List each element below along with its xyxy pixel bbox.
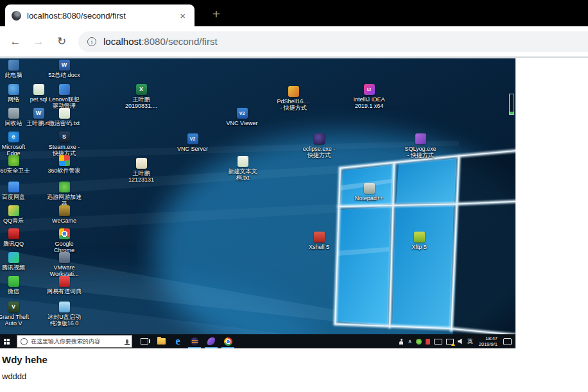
- browser-tab[interactable]: localhost:8080/second/first ×: [5, 4, 195, 26]
- tab-bar: localhost:8080/second/first × +: [0, 0, 588, 26]
- desktop-icon-xftp-5[interactable]: Xftp 5: [401, 232, 438, 250]
- eclipse-shortcut-icon: [314, 133, 325, 144]
- taskbar-search-box[interactable]: 在这里输入你要搜索的内容: [17, 335, 132, 348]
- taskbar-app-file-explorer[interactable]: [153, 334, 169, 348]
- active-app-indicator: [221, 347, 234, 348]
- taskbar-clock[interactable]: 18:47 2019/9/1: [479, 336, 497, 347]
- desktop-icon-intellij-idea[interactable]: IJIntelliJ IDEA 2019.1 x64: [350, 84, 388, 109]
- icon-glyph: IJ: [367, 84, 371, 95]
- desktop-icon-qq-music[interactable]: QQ音乐: [0, 205, 32, 224]
- youdao-dict-icon: [59, 276, 70, 287]
- tray-chevron-up-icon[interactable]: ∧: [408, 337, 412, 345]
- new-tab-button[interactable]: +: [208, 6, 225, 22]
- desktop-icon-activation-txt[interactable]: 激活密码.txt: [46, 108, 83, 126]
- file-explorer-icon: [157, 338, 166, 345]
- desktop-icon-wyp-20190831-xlsx[interactable]: X王叶鹏 20190831....: [123, 84, 160, 109]
- desktop-icon-microsoft-edge[interactable]: eMicrosoft Edge: [0, 132, 32, 157]
- icon-label: 冰封U盘启动 纯净版16.0: [48, 314, 81, 327]
- page-content: 此电脑W52总结.docx网络pet.sqlLenovo联想 驱动管理回收站W王…: [0, 58, 588, 381]
- desktop-icon-vmware[interactable]: VMware Workstati...: [46, 252, 83, 277]
- desktop-icon-vnc-viewer[interactable]: V2VNC Viewer: [223, 108, 261, 126]
- tray-volume-icon[interactable]: [458, 339, 463, 345]
- pdshell16-icon: [288, 86, 299, 97]
- tray-keyboard-icon[interactable]: [434, 339, 442, 345]
- desktop-icon-tencent-video[interactable]: 腾讯视频: [0, 252, 32, 271]
- desktop-icon-baidu-netdisk[interactable]: 百度网盘: [0, 182, 32, 200]
- icon-label: QQ音乐: [3, 217, 24, 224]
- globe-favicon-icon: [12, 11, 21, 21]
- tray-dictionary-icon[interactable]: [426, 339, 430, 345]
- desktop-icon-wegame[interactable]: WeGame: [46, 205, 83, 224]
- desktop-icon-google-chrome[interactable]: Google Chrome: [46, 228, 83, 253]
- desktop-icon-new-text-doc[interactable]: 新建文本文 档.txt: [224, 156, 261, 181]
- wyp-12123131-icon: [136, 158, 147, 169]
- wangyepeng-rtf-icon: W: [33, 108, 44, 119]
- icon-glyph: X: [139, 84, 143, 95]
- icon-label: SQLyog.exe - 快捷方式: [404, 146, 436, 158]
- desktop-icon-52-summary-docx[interactable]: W52总结.docx: [46, 60, 83, 78]
- page-heading: Wdy hehe: [2, 354, 588, 365]
- icon-label: 王叶鹏 20190831....: [125, 96, 157, 109]
- navigation-toolbar: ← → ↻ localhost:8080/second/first: [0, 26, 588, 58]
- taskbar-app-edge[interactable]: e: [169, 334, 186, 348]
- baidu-netdisk-icon: [8, 182, 19, 192]
- desktop-icon-wechat[interactable]: 微信: [0, 276, 32, 294]
- desktop-icon-vnc-server[interactable]: V2VNC Server: [174, 133, 211, 152]
- desktop-icon-360-safe[interactable]: 360安全卫士: [0, 155, 32, 174]
- vmware-icon: [59, 252, 70, 263]
- microsoft-edge-icon: e: [8, 132, 19, 142]
- taskbar-app-task-view[interactable]: [136, 334, 153, 348]
- xshell-5-icon: [314, 232, 325, 243]
- icon-label: 激活密码.txt: [49, 120, 80, 126]
- back-button[interactable]: ←: [8, 34, 23, 49]
- taskbar-app-sqlyog[interactable]: [203, 334, 220, 348]
- battery-level-indicator: [510, 112, 514, 114]
- action-center-icon[interactable]: [503, 338, 512, 345]
- search-placeholder: 在这里输入你要搜索的内容: [31, 337, 123, 346]
- wegame-icon: [59, 205, 70, 216]
- desktop-icon-steam[interactable]: SSteam.exe - 快捷方式: [46, 132, 83, 157]
- desktop-icon-xunyou-booster[interactable]: 迅游网游加速 器: [46, 182, 83, 207]
- tray-safe360-icon[interactable]: [416, 339, 422, 345]
- icon-label: pet.sql: [30, 96, 48, 103]
- this-pc-icon: [8, 60, 19, 71]
- qq-music-icon: [8, 205, 19, 216]
- start-button[interactable]: [0, 334, 17, 348]
- address-bar[interactable]: localhost:8080/second/first: [78, 31, 588, 52]
- tray-network-warning-icon[interactable]: [446, 339, 454, 345]
- taskbar-app-chrome[interactable]: [220, 334, 236, 348]
- microphone-icon[interactable]: [126, 339, 128, 344]
- remote-desktop-image[interactable]: 此电脑W52总结.docx网络pet.sqlLenovo联想 驱动管理回收站W王…: [0, 58, 515, 348]
- steam-icon: S: [59, 132, 70, 142]
- 360-manager-icon: [59, 155, 70, 166]
- desktop-icon-notepad-plus-plus[interactable]: Notepad++: [350, 183, 388, 201]
- tab-close-icon[interactable]: ×: [177, 10, 188, 22]
- desktop-icon-this-pc[interactable]: 此电脑: [0, 60, 32, 78]
- taskbar-app-eclipse[interactable]: [186, 334, 203, 348]
- icon-label: 百度网盘: [2, 194, 25, 200]
- page-info-icon[interactable]: [87, 37, 96, 46]
- tray-user-icon[interactable]: [399, 339, 404, 345]
- desktop-icon-xshell-5[interactable]: Xshell 5: [300, 232, 338, 250]
- new-text-doc-icon: [238, 156, 248, 167]
- desktop-icon-lenovo-driver[interactable]: Lenovo联想 驱动管理: [46, 84, 83, 109]
- desktop-icon-wyp-12123131[interactable]: 王叶鹏 12123131: [123, 158, 160, 183]
- desktop-icon-youdao-dict[interactable]: 网易有道词典: [46, 276, 83, 294]
- desktop-icon-gta-v[interactable]: VGrand Theft Auto V: [0, 302, 32, 327]
- desktop-icon-sqlyog-shortcut[interactable]: SQLyog.exe - 快捷方式: [402, 133, 439, 158]
- active-app-indicator: [188, 347, 201, 348]
- pet-sql-icon: [33, 84, 44, 95]
- desktop-icon-bingfeng-usb[interactable]: 冰封U盘启动 纯净版16.0: [46, 302, 83, 327]
- desktop-icon-eclipse-shortcut[interactable]: eclipse.exe - 快捷方式: [300, 133, 338, 158]
- ime-indicator[interactable]: 英: [467, 337, 473, 346]
- desktop-icon-tencent-qq[interactable]: 腾讯QQ: [0, 228, 32, 247]
- icon-label: Xshell 5: [309, 244, 329, 250]
- desktop-icon-360-manager[interactable]: 360软件管家: [46, 155, 83, 174]
- 52-summary-docx-icon: W: [59, 60, 70, 71]
- reload-button[interactable]: ↻: [54, 34, 69, 49]
- icon-glyph: W: [62, 60, 67, 71]
- icon-glyph: W: [36, 108, 42, 119]
- desktop-icon-pdshell16[interactable]: PdShell16.... - 快捷方式: [275, 86, 312, 111]
- taskbar: 在这里输入你要搜索的内容 e ∧ 英 18:47 2019/9/1: [0, 334, 515, 348]
- wyp-20190831-xlsx-icon: X: [136, 84, 147, 95]
